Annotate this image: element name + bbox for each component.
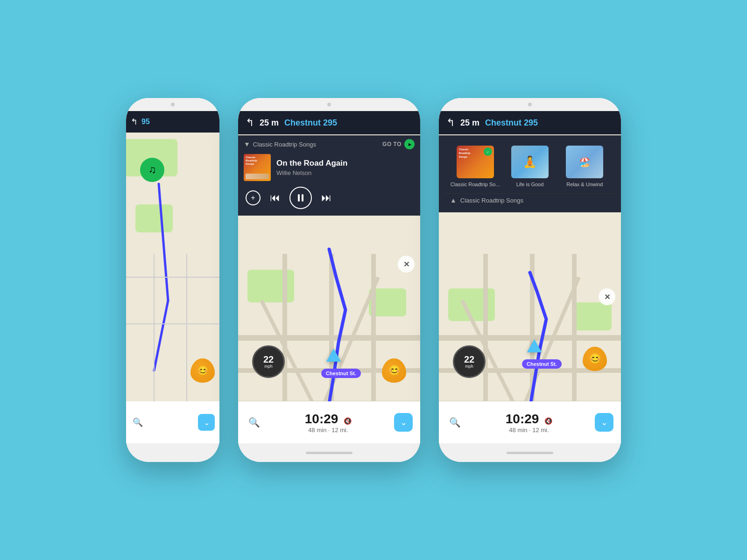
track-title: On the Road Again [276,159,415,168]
right-home-bar [507,452,553,454]
expand-button[interactable]: ⌄ [394,413,413,432]
mute-icon: 🔇 [344,417,352,425]
previous-track-button[interactable]: ⏮ [270,192,280,204]
album-art-thumbnail: ClassicRoadtripSongs [244,154,271,181]
left-search-icon[interactable]: 🔍 [131,415,145,429]
speaker-dot-center [327,103,331,106]
life-playlist-label: Life is Good [516,181,544,188]
center-music-panel: ▼ Classic Roadtrip Songs GO TO ClassicRo… [238,135,420,216]
phone-left: ↰ 95 ♫ 😊 🔍 ⌄ [126,98,219,462]
current-street-label: Chestnut St. [321,369,361,378]
playlist-thumb-relax: 🏖️ [566,146,603,178]
pause-icon [298,194,303,202]
center-home-bar [306,452,352,454]
current-time: 10:29 🔇 [305,412,352,427]
center-phone-bottom [238,443,420,462]
speed-display: 22 mph [252,345,285,378]
life-thumb-content: 🧘 [523,155,537,168]
playlist-name-label: Classic Roadtrip Songs [253,141,380,148]
playlist-grid: ClassicRoadtripSongs Classic Roadtrip So… [444,141,615,192]
playlist-selector-row[interactable]: ▼ Classic Roadtrip Songs GO TO [244,139,415,149]
right-close-panel-button[interactable]: ✕ [599,288,615,305]
current-playlist-name: Classic Roadtrip Songs [460,197,523,204]
next-track-button[interactable]: ⏭ [321,192,331,204]
right-speed-value: 22 [464,355,474,364]
left-nav-header: ↰ 95 [126,111,219,133]
right-bottom-bar: 🔍 10:29 🔇 48 min · 12 mi. ⌄ [439,401,621,443]
speed-unit-label: mph [264,364,273,369]
add-to-queue-button[interactable]: + [246,190,261,205]
current-playlist-row[interactable]: ▲ Classic Roadtrip Songs [444,193,615,207]
time-value: 10:29 [305,412,338,426]
speaker-dot-left [171,103,175,106]
left-turn-arrow: ↰ [131,117,138,127]
goto-label: GO TO [382,141,402,147]
center-nav-header: ↰ 25 m Chestnut 295 [238,111,420,134]
navigation-arrow [326,349,341,362]
nav-street: Chestnut 295 [284,118,337,128]
right-navigation-arrow [527,339,542,352]
relax-scene-icon: 🏖️ [579,156,591,168]
track-info: On the Road Again Willie Nelson [276,159,415,176]
phone-right: ↰ 25 m Chestnut 295 ClassicRoadtripSongs… [439,98,621,462]
right-music-panel: ClassicRoadtripSongs Classic Roadtrip So… [439,135,621,212]
phone-center: ↰ 25 m Chestnut 295 ▼ Classic Roadtrip S… [238,98,420,462]
eta-distance: 48 min · 12 mi. [305,427,352,434]
left-nav-street: 95 [141,118,150,126]
album-art-text: ClassicRoadtripSongs [246,156,269,166]
relax-thumb-content: 🏖️ [579,156,591,168]
speaker-dot-right [528,103,532,106]
left-bottom-bar: 🔍 ⌄ [126,401,219,443]
relax-playlist-label: Relax & Unwind [566,181,603,188]
right-search-button[interactable]: 🔍 [446,414,463,431]
playlist-thumb-classic: ClassicRoadtripSongs [457,146,494,178]
svg-line-1 [154,301,168,371]
track-artist: Willie Nelson [276,169,415,176]
speed-value: 22 [263,355,274,364]
left-screen: ↰ 95 ♫ 😊 🔍 ⌄ [126,111,219,443]
playback-controls: + ⏮ ⏭ [244,187,415,209]
play-pause-button[interactable] [289,187,312,209]
right-phone-bottom [439,443,621,462]
right-speed-unit-label: mph [465,364,473,369]
playlist-thumb-life: 🧘 [511,146,549,178]
right-expand-button[interactable]: ⌄ [595,413,613,432]
right-time-value: 10:29 [506,412,539,426]
spotify-goto-icon[interactable] [404,139,415,149]
search-button[interactable]: 🔍 [246,414,262,431]
right-street-label: Chestnut St. [522,359,562,369]
album-art-decoration [246,166,269,179]
right-speed-display: 22 mph [453,345,486,378]
right-nav-distance: 25 m [460,118,479,128]
right-eta-distance: 48 min · 12 mi. [506,427,552,434]
classic-playlist-label: Classic Roadtrip So... [451,181,500,188]
now-playing-indicator [484,147,492,156]
close-panel-button[interactable]: ✕ [398,256,415,273]
right-time-eta-block: 10:29 🔇 48 min · 12 mi. [506,412,552,434]
track-info-row: ClassicRoadtripSongs On the Road Again W… [244,154,415,181]
playlist-chevron-down-icon: ▼ [244,140,250,148]
turn-arrow-icon: ↰ [246,117,254,129]
playlist-item-relax[interactable]: 🏖️ Relax & Unwind [560,146,610,188]
center-phone-top [238,98,420,111]
playlist-item-life[interactable]: 🧘 Life is Good [505,146,555,188]
life-figure-icon: 🧘 [523,155,537,168]
svg-line-0 [159,184,168,301]
time-eta-block: 10:29 🔇 48 min · 12 mi. [305,412,352,434]
right-turn-arrow-icon: ↰ [446,117,455,129]
left-map-route [126,111,219,443]
playlist-item-classic[interactable]: ClassicRoadtripSongs Classic Roadtrip So… [450,146,500,188]
left-chevron-down-icon[interactable]: ⌄ [198,414,215,431]
right-current-time: 10:29 🔇 [506,412,552,427]
center-screen: ↰ 25 m Chestnut 295 ▼ Classic Roadtrip S… [238,111,420,443]
nav-distance: 25 m [260,118,279,128]
right-nav-header: ↰ 25 m Chestnut 295 [439,111,621,134]
spotify-logo-icon: ♫ [148,164,156,176]
center-bottom-bar: 🔍 10:29 🔇 48 min · 12 mi. ⌄ [238,401,420,443]
playlist-chevron-up-icon: ▲ [450,196,457,204]
right-phone-top [439,98,621,111]
right-mute-icon: 🔇 [544,417,552,425]
spotify-float-button[interactable]: ♫ [140,158,164,182]
right-screen: ↰ 25 m Chestnut 295 ClassicRoadtripSongs… [439,111,621,443]
right-nav-street: Chestnut 295 [485,118,538,128]
